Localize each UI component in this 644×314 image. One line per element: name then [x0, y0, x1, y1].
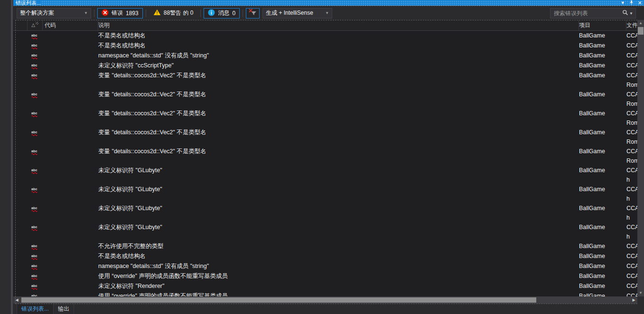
error-row[interactable]: abc 未定义标识符 "GLubyte" BallGame CCAh [13, 185, 644, 203]
error-project: BallGame [579, 109, 626, 119]
sort-ascending-icon: △ [31, 23, 35, 28]
error-row[interactable]: abc 未定义标识符 "GLubyte" BallGame CCAh [13, 203, 644, 222]
error-row[interactable]: abc namespace "details::std" 没有成员 "strin… [13, 261, 644, 271]
svg-text:abc: abc [31, 63, 37, 67]
error-row[interactable]: abc 变量 "details::cocos2d::Vec2" 不是类型名 Ba… [13, 71, 644, 90]
error-description: 变量 "details::cocos2d::Vec2" 不是类型名 [98, 147, 579, 157]
error-project: BallGame [579, 261, 626, 271]
window-position-icon[interactable]: ▼ [621, 0, 625, 5]
error-description: 不是类名或结构名 [98, 41, 579, 51]
svg-text:abc: abc [31, 244, 37, 248]
horizontal-scrollbar-track[interactable] [20, 296, 630, 304]
tool-window-titlebar[interactable]: 错误列表... ▼ ✕ [13, 0, 644, 6]
header-project-column[interactable]: 项目 [579, 20, 626, 30]
vertical-scrollbar-thumb[interactable] [638, 27, 644, 35]
error-row[interactable]: abc 不允许使用不完整的类型 BallGame CCA [13, 241, 644, 251]
svg-text:abc: abc [31, 284, 37, 288]
intellisense-error-icon: abc [28, 109, 43, 117]
error-project: BallGame [579, 222, 626, 232]
tool-window-title: 错误列表... [13, 0, 41, 6]
error-row[interactable]: abc 未定义标识符 "ccScriptType" BallGame CCA [13, 61, 644, 71]
bottom-tabstrip: 错误列表... 输出 [13, 304, 644, 314]
search-icon[interactable] [622, 9, 628, 18]
scope-dropdown[interactable]: 整个解决方案 ▼ [17, 8, 91, 18]
errors-toggle-button[interactable]: 错误 1893 [97, 8, 143, 18]
pin-icon[interactable] [629, 0, 634, 6]
error-row[interactable]: abc 不是类名或结构名 BallGame CCA [13, 41, 644, 51]
chevron-down-icon[interactable]: ▼ [629, 11, 633, 16]
header-severity-column[interactable]: △ [28, 20, 43, 30]
error-description: 不是类名或结构名 [98, 251, 579, 261]
error-project: BallGame [579, 71, 626, 81]
error-row[interactable]: abc 未定义标识符 "Renderer" BallGame CCA [13, 281, 644, 291]
search-input[interactable] [551, 10, 621, 17]
error-row[interactable]: abc 变量 "details::cocos2d::Vec2" 不是类型名 Ba… [13, 147, 644, 166]
error-project: BallGame [579, 271, 626, 281]
error-list-tool-window: 错误列表... ▼ ✕ 整个解决方案 ▼ 错误 1893 [0, 0, 644, 314]
header-selector-column[interactable] [13, 20, 28, 30]
svg-text:abc: abc [31, 225, 37, 229]
scroll-left-icon[interactable]: ◀ [13, 296, 20, 304]
toolbar-separator [243, 9, 243, 17]
tab-output[interactable]: 输出 [54, 304, 74, 314]
error-description: 未定义标识符 "Renderer" [98, 281, 579, 291]
error-description: 使用 “override” 声明的成员函数不能重写基类成员 [98, 271, 579, 281]
error-description: 未定义标识符 "GLubyte" [98, 203, 579, 213]
clear-filter-icon [249, 9, 257, 18]
error-project: BallGame [579, 203, 626, 213]
scope-dropdown-value: 整个解决方案 [20, 9, 54, 17]
messages-toggle-button[interactable]: 消息 0 [204, 8, 240, 18]
messages-label: 消息 [218, 9, 229, 17]
horizontal-scrollbar-thumb[interactable] [21, 297, 536, 303]
error-row[interactable]: abc 不是类名或结构名 BallGame CCA [13, 251, 644, 261]
svg-text:abc: abc [31, 73, 37, 77]
filter-source-dropdown[interactable]: 生成 + IntelliSense ▼ [262, 8, 332, 18]
intellisense-error-icon: abc [28, 51, 43, 59]
svg-text:abc: abc [31, 92, 37, 96]
vertical-scrollbar[interactable]: ▲ ▼ [637, 20, 644, 296]
intellisense-error-icon: abc [28, 185, 43, 193]
error-description: 使用 “override” 声明的成员函数不能重写基类成员 [98, 291, 579, 296]
svg-text:abc: abc [31, 33, 37, 37]
scroll-right-icon[interactable]: ▶ [630, 296, 637, 304]
svg-text:abc: abc [31, 168, 37, 172]
scroll-down-icon[interactable]: ▼ [637, 290, 644, 296]
error-project: BallGame [579, 90, 626, 100]
errors-count: 1893 [126, 10, 139, 17]
error-row[interactable]: abc 未定义标识符 "GLubyte" BallGame CCAh [13, 166, 644, 185]
header-code-column[interactable]: 代码 [43, 20, 98, 30]
error-row[interactable]: abc 变量 "details::cocos2d::Vec2" 不是类型名 Ba… [13, 90, 644, 109]
error-row[interactable]: abc 变量 "details::cocos2d::Vec2" 不是类型名 Ba… [13, 109, 644, 128]
tab-error-list[interactable]: 错误列表... [17, 304, 54, 314]
intellisense-error-icon: abc [28, 241, 43, 250]
warnings-toggle-button[interactable]: 88警告 的 0 [149, 8, 198, 18]
error-project: BallGame [579, 185, 626, 194]
clear-filters-button[interactable] [246, 8, 260, 18]
error-row[interactable]: abc 变量 "details::cocos2d::Vec2" 不是类型名 Ba… [13, 128, 644, 147]
error-row[interactable]: abc 不是类名或结构名 BallGame CCA [13, 31, 644, 41]
error-row[interactable]: abc 未定义标识符 "GLubyte" BallGame CCAh [13, 222, 644, 241]
error-project: BallGame [579, 281, 626, 291]
svg-text:abc: abc [31, 274, 37, 278]
error-description: 未定义标识符 "GLubyte" [98, 166, 579, 175]
intellisense-error-icon: abc [28, 166, 43, 174]
search-error-list-box[interactable]: ▼ [550, 8, 636, 18]
scroll-up-icon[interactable]: ▲ [637, 20, 644, 27]
error-description: 变量 "details::cocos2d::Vec2" 不是类型名 [98, 109, 579, 119]
intellisense-error-icon: abc [28, 261, 43, 270]
svg-text:abc: abc [31, 264, 37, 268]
error-row[interactable]: abc 使用 “override” 声明的成员函数不能重写基类成员 BallGa… [13, 291, 644, 296]
header-description-column[interactable]: 说明 [98, 20, 579, 30]
error-description: 未定义标识符 "GLubyte" [98, 222, 579, 232]
errors-label: 错误 [112, 9, 123, 17]
close-icon[interactable]: ✕ [638, 0, 642, 5]
error-row[interactable]: abc namespace "details::std" 没有成员 "strin… [13, 51, 644, 61]
horizontal-scrollbar[interactable]: ◀ ▶ [13, 296, 637, 304]
error-project: BallGame [579, 41, 626, 51]
error-row[interactable]: abc 使用 “override” 声明的成员函数不能重写基类成员 BallGa… [13, 271, 644, 281]
intellisense-error-icon: abc [28, 61, 43, 69]
chevron-down-icon: ▼ [321, 11, 329, 15]
toolbar-separator [146, 9, 146, 17]
error-description: 变量 "details::cocos2d::Vec2" 不是类型名 [98, 71, 579, 81]
error-project: BallGame [579, 241, 626, 251]
